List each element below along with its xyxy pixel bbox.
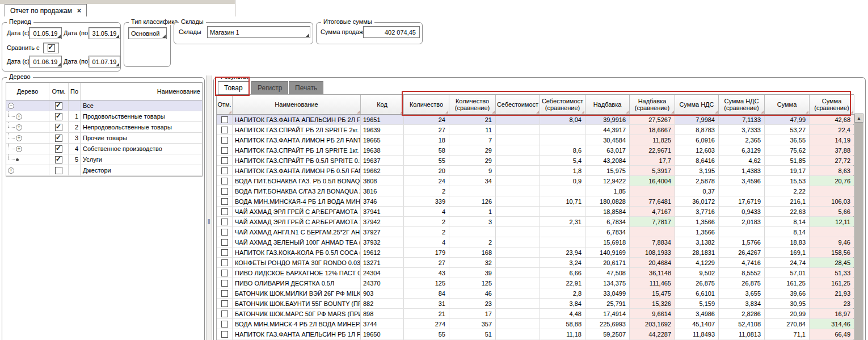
tree-checkbox[interactable]: [55, 135, 62, 142]
column-header-7[interactable]: Надбавка: [585, 95, 630, 114]
tree-checkbox[interactable]: [55, 156, 62, 163]
sales-sum-input[interactable]: 402 074,45: [363, 26, 420, 38]
column-header-10[interactable]: Сумма НДС (сравнение): [719, 95, 765, 114]
collapse-icon[interactable]: −: [8, 103, 14, 109]
column-header-5[interactable]: Себестоимост: [496, 95, 540, 114]
classifier-dropdown[interactable]: Основной: [128, 27, 167, 39]
table-row[interactable]: НАПИТОК ГАЗ.КОКА-КОЛА РБ 0.5Л COCA (1961…: [217, 247, 853, 258]
expand-icon[interactable]: +: [16, 146, 22, 152]
date-from-input[interactable]: 01.05.19: [29, 27, 62, 39]
tree-header-3[interactable]: Наименование: [81, 83, 202, 100]
column-header-9[interactable]: Сумма НДС: [675, 95, 719, 114]
row-checkbox[interactable]: [221, 239, 228, 246]
tree-row[interactable]: +1Продовольственные товары: [6, 111, 202, 122]
expand-icon[interactable]: +: [8, 167, 14, 174]
tree-header-0[interactable]: Дерево: [6, 83, 49, 100]
tree-row[interactable]: +4Собственное производство: [6, 144, 202, 154]
tab-pechat[interactable]: Печать: [289, 81, 323, 95]
tree-checkbox[interactable]: [55, 102, 62, 110]
tree-checkbox[interactable]: [55, 113, 62, 120]
row-checkbox[interactable]: [221, 310, 228, 317]
leaf-dot-icon[interactable]: [16, 158, 19, 161]
row-checkbox[interactable]: [221, 178, 228, 184]
column-header-11[interactable]: Сумма: [765, 95, 810, 114]
table-row[interactable]: ПИВО ЛИДСКОЕ БАРХАТНОЕ 12% ПАСТ 02430443…: [217, 268, 853, 278]
table-row[interactable]: ЧАЙ АХМАД ЗЕЛЕНЫЙ 100Г AHMAD TEA (379324…: [217, 237, 853, 247]
tree-row[interactable]: −Все: [6, 100, 202, 111]
column-header-12[interactable]: Сумма (сравнение): [810, 95, 854, 114]
row-checkbox[interactable]: [221, 249, 228, 256]
table-row[interactable]: ВОДА ПИТ.БОНАКВА ГАЗ. РБ 0.5Л BONAQU3808…: [217, 176, 853, 186]
table-row[interactable]: НАПИТОК ГАЗ.ФАНТА ЛИМОН РБ 0.5Л FAN19662…: [217, 166, 853, 176]
expand-icon[interactable]: +: [16, 124, 22, 131]
tree-row[interactable]: +Джестори: [6, 165, 202, 176]
warehouses-input[interactable]: Магазин 1: [207, 26, 310, 38]
row-checkbox[interactable]: [221, 229, 228, 236]
tree-row[interactable]: +2Непродовольственные товары: [6, 122, 202, 133]
close-icon[interactable]: ×: [77, 8, 81, 14]
table-row[interactable]: НАПИТОК ГАЗ.ФАНТА ЛИМОН РБ 2Л FANT196651…: [217, 135, 853, 145]
table-row[interactable]: ВОДА МИН.МИНСКАЯ-4 РБ 1Л ВОДА МИН3746339…: [217, 196, 853, 207]
tree-header-1[interactable]: Отм.: [49, 83, 69, 100]
table-row[interactable]: БАТОНЧИК ШОК.БАУНТИ 55Г BOUNTY (ПР882312…: [217, 299, 853, 309]
table-row[interactable]: ВОДА МИН.МИНСК-4 РБ 2Л ВОДА МИНЕРА374427…: [217, 319, 853, 329]
vertical-splitter[interactable]: ||: [206, 75, 212, 340]
tree-checkbox[interactable]: [55, 167, 62, 174]
row-checkbox[interactable]: [221, 208, 228, 215]
column-header-6[interactable]: Себестоимост (сравнение): [540, 95, 585, 114]
column-header-8[interactable]: Надбавка (сравнение): [630, 95, 675, 114]
tree-checkbox[interactable]: [55, 124, 62, 131]
row-checkbox[interactable]: [221, 300, 228, 307]
table-row[interactable]: НАПИТОК ГАЗ.СПРАЙТ РБ 1Л SPRITE 1кг.1963…: [217, 145, 853, 156]
row-checkbox[interactable]: [221, 167, 228, 174]
row-checkbox[interactable]: [221, 198, 228, 205]
table-row[interactable]: ВОДА ПИТ.БОНАКВА С/ГАЗ 2Л BONAQUA 238162…: [217, 186, 853, 196]
expand-icon[interactable]: +: [16, 135, 22, 141]
row-checkbox[interactable]: [221, 188, 228, 195]
date-to-input[interactable]: 31.05.19: [89, 27, 120, 39]
column-header-4[interactable]: Количество (сравнение): [449, 95, 496, 114]
row-checkbox[interactable]: [221, 331, 228, 338]
tree-row[interactable]: +3Прочие товары: [6, 133, 202, 144]
table-vertical-scrollbar[interactable]: ▲: [854, 114, 863, 340]
row-checkbox[interactable]: [221, 147, 228, 154]
table-row[interactable]: ПИВО ОЛИВАРИЯ ДЕСЯТКА 0.5Л2437012512522,…: [217, 278, 853, 288]
row-checkbox[interactable]: [221, 321, 228, 328]
scroll-up-button[interactable]: ▲: [854, 114, 863, 123]
expand-icon[interactable]: +: [16, 114, 22, 120]
cell-code: 19638: [361, 145, 404, 155]
table-row[interactable]: НАПИТОК ГАЗ.СПРАЙТ РБ 2Л SPRITE 2кг.1963…: [217, 125, 853, 135]
table-row[interactable]: НАПИТОК ГАЗ.ФАНТА АПЕЛЬСИН РБ 1Л FA19650…: [217, 329, 853, 339]
table-row[interactable]: НАПИТОК ГАЗ.СПРАЙТ РБ 0.5Л SPRITE 0.5196…: [217, 156, 853, 166]
table-row[interactable]: КОНФЕТЫ РОНДО МЯТА 30Г RONDO 0.031327127…: [217, 258, 853, 268]
compare-checkbox[interactable]: [43, 43, 59, 53]
row-checkbox[interactable]: [221, 270, 228, 276]
date-from2-input[interactable]: 01.06.19: [29, 56, 62, 68]
table-row[interactable]: ЧАЙ АХМАД ЭРЛ ГРЕЙ С АР.БЕРГАМОТА 137941…: [217, 207, 853, 217]
row-checkbox[interactable]: [221, 127, 228, 133]
row-checkbox[interactable]: [221, 259, 228, 266]
table-row[interactable]: НАПИТОК ГАЗ.ФАНТА АПЕЛЬСИН РБ 2Л FA19651…: [217, 115, 853, 125]
column-header-1[interactable]: Наименование: [233, 95, 361, 114]
row-checkbox[interactable]: [221, 290, 228, 297]
row-checkbox[interactable]: [221, 157, 228, 164]
row-checkbox[interactable]: [221, 116, 228, 123]
row-checkbox[interactable]: [221, 280, 228, 287]
tab-sales-report[interactable]: Отчет по продажам ×: [5, 4, 87, 16]
row-checkbox[interactable]: [221, 219, 228, 225]
table-row[interactable]: ЧАЙ АХМАД ЭРЛ ГРЕЙ С АР.БЕРГАМОТА 237942…: [217, 217, 853, 227]
tree-row[interactable]: 5Услуги: [6, 154, 202, 165]
column-header-2[interactable]: Код: [361, 95, 404, 114]
tree-header-2[interactable]: По: [69, 83, 81, 100]
tab-tovar[interactable]: Товар: [218, 81, 249, 95]
column-header-0[interactable]: Отм.: [217, 95, 233, 114]
table-row[interactable]: ЧАЙ АХМАД АНГЛ.N1 С БЕРГАМ.25*2Г АН37927…: [217, 227, 853, 237]
column-header-3[interactable]: Количество: [404, 95, 449, 114]
row-checkbox[interactable]: [221, 137, 228, 144]
document-tabbar: Отчет по продажам ×: [0, 0, 235, 16]
table-row[interactable]: БАТОНЧИК ШОК.МИЛКИ ВЭЙ 26Г РФ MILK903844…: [217, 288, 853, 299]
table-row[interactable]: БАТОНЧИК ШОК.МАРС 50Г РФ MARS (ПРИ898211…: [217, 309, 853, 319]
date-to2-input[interactable]: 01.07.19: [89, 56, 120, 68]
tree-checkbox[interactable]: [55, 145, 62, 153]
tab-registr[interactable]: Регистр: [251, 81, 288, 95]
